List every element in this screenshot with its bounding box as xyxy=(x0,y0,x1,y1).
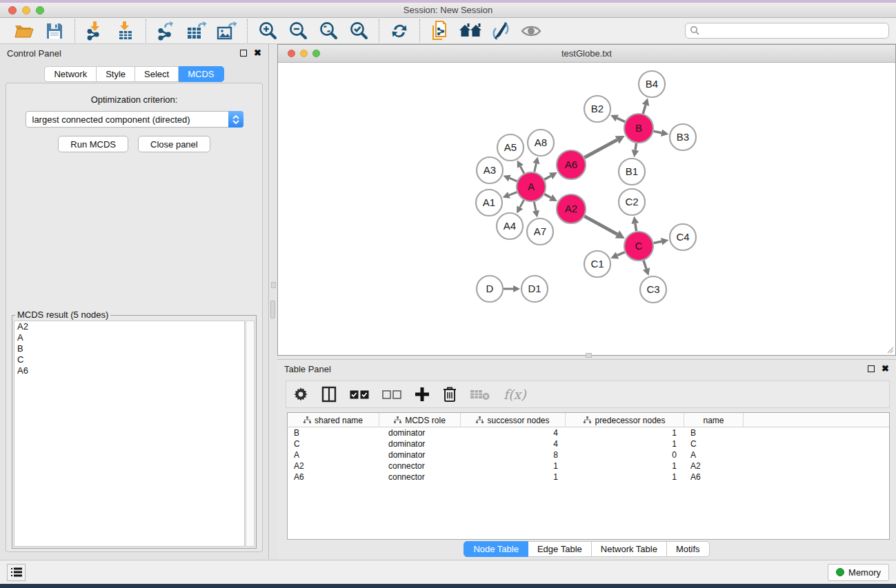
maximize-window-button[interactable] xyxy=(36,6,44,14)
show-column-panel-icon[interactable] xyxy=(321,384,337,405)
edge-A2-C[interactable] xyxy=(584,216,617,234)
mcds-result-item[interactable]: A6 xyxy=(14,365,244,376)
cell-mcds_role[interactable]: dominator xyxy=(379,449,461,460)
table-row[interactable]: A2connector11A2 xyxy=(288,460,889,472)
table-row[interactable]: Cdominator41C xyxy=(288,438,889,449)
edge-B-B1[interactable] xyxy=(635,143,637,150)
task-history-button[interactable] xyxy=(7,564,26,581)
edge-B-B3[interactable] xyxy=(654,131,662,132)
node-table[interactable]: shared nameMCDS rolesuccessor nodesprede… xyxy=(287,412,890,540)
cell-successor_nodes[interactable]: 4 xyxy=(461,427,566,438)
network-minimize-button[interactable] xyxy=(300,50,308,57)
search-input[interactable] xyxy=(685,23,889,39)
cell-empty[interactable] xyxy=(744,460,889,472)
add-column-icon[interactable] xyxy=(415,384,430,405)
column-header[interactable]: shared name xyxy=(288,413,379,427)
float-table-panel-icon[interactable] xyxy=(868,365,875,372)
edge-A-A8[interactable] xyxy=(535,163,537,172)
panel-splitter[interactable] xyxy=(269,44,277,559)
cell-successor_nodes[interactable]: 4 xyxy=(461,438,566,449)
tab-style[interactable]: Style xyxy=(97,66,135,82)
cell-name[interactable]: A2 xyxy=(684,460,744,472)
cell-name[interactable]: B xyxy=(684,427,744,438)
graph-node-A1[interactable]: A1 xyxy=(476,190,502,216)
edge-B-B4[interactable] xyxy=(643,105,646,114)
graph-node-C3[interactable]: C3 xyxy=(640,276,666,303)
cell-predecessor_nodes[interactable]: 0 xyxy=(566,449,684,460)
table-row[interactable]: Adominator80A xyxy=(288,449,889,460)
edge-A-A4[interactable] xyxy=(520,200,524,207)
graph-node-B2[interactable]: B2 xyxy=(584,96,610,122)
graph-node-A7[interactable]: A7 xyxy=(527,219,553,245)
column-settings-gear-icon[interactable] xyxy=(293,384,308,405)
cell-name[interactable]: A6 xyxy=(684,472,744,483)
cell-predecessor_nodes[interactable]: 1 xyxy=(566,438,684,449)
tab-motifs[interactable]: Motifs xyxy=(667,541,710,557)
cell-successor_nodes[interactable]: 1 xyxy=(461,472,566,483)
horizontal-scroll-thumb[interactable] xyxy=(586,353,592,358)
network-maximize-button[interactable] xyxy=(312,50,320,57)
column-header[interactable]: predecessor nodes xyxy=(566,413,684,427)
close-window-button[interactable] xyxy=(8,6,17,14)
tab-network-table[interactable]: Network Table xyxy=(592,541,667,557)
cell-predecessor_nodes[interactable]: 1 xyxy=(566,427,684,438)
open-session-icon[interactable] xyxy=(12,20,36,42)
cell-successor_nodes[interactable]: 1 xyxy=(461,460,566,472)
vertical-scroll-thumb[interactable] xyxy=(271,282,276,288)
new-network-from-selection-icon[interactable] xyxy=(428,20,452,42)
edge-C-C3[interactable] xyxy=(644,261,646,269)
float-panel-icon[interactable] xyxy=(240,50,247,57)
cell-empty[interactable] xyxy=(744,438,889,449)
graph-node-B1[interactable]: B1 xyxy=(619,159,645,185)
import-table-icon[interactable] xyxy=(114,20,137,42)
table-row[interactable]: Bdominator41B xyxy=(288,427,889,438)
select-all-columns-icon[interactable] xyxy=(350,384,369,405)
graph-node-D1[interactable]: D1 xyxy=(521,276,548,302)
minimize-window-button[interactable] xyxy=(22,6,30,14)
export-network-icon[interactable] xyxy=(155,20,178,42)
graph-node-A[interactable]: A xyxy=(517,172,546,201)
graph-node-B[interactable]: B xyxy=(624,114,653,143)
column-header[interactable]: name xyxy=(684,413,744,427)
apply-layout-icon[interactable] xyxy=(388,20,411,42)
resize-grip-icon[interactable] xyxy=(886,345,894,354)
edge-A-A7[interactable] xyxy=(534,202,536,211)
zoom-in-icon[interactable] xyxy=(256,20,279,42)
home-browser-icon[interactable] xyxy=(459,20,482,42)
cell-successor_nodes[interactable]: 8 xyxy=(461,449,566,460)
graph-node-A2[interactable]: A2 xyxy=(557,194,586,223)
edge-C-C2[interactable] xyxy=(635,223,637,231)
mcds-result-item[interactable]: B xyxy=(14,343,244,354)
close-table-panel-icon[interactable]: ✖ xyxy=(882,365,889,372)
cell-shared_name[interactable]: A xyxy=(288,449,379,460)
column-header[interactable]: MCDS role xyxy=(379,413,461,427)
network-graph[interactable]: B4B2BB3A5A8A6A3B1AA1C2A2A4A7CC4C1C3DD1 xyxy=(278,63,895,355)
graph-node-C2[interactable]: C2 xyxy=(619,189,645,215)
column-header[interactable]: successor nodes xyxy=(461,413,566,427)
mcds-result-item[interactable]: A xyxy=(14,332,244,343)
tab-edge-table[interactable]: Edge Table xyxy=(528,541,592,557)
graph-node-A5[interactable]: A5 xyxy=(497,134,524,161)
cell-predecessor_nodes[interactable]: 1 xyxy=(566,460,684,472)
network-close-button[interactable] xyxy=(288,50,295,57)
cell-shared_name[interactable]: A6 xyxy=(288,472,379,483)
cell-empty[interactable] xyxy=(744,427,889,438)
zoom-out-icon[interactable] xyxy=(286,20,310,42)
tab-select[interactable]: Select xyxy=(135,66,179,82)
cell-shared_name[interactable]: A2 xyxy=(288,460,379,472)
function-builder-icon[interactable]: f(x) xyxy=(504,384,526,405)
close-panel-button[interactable]: Close panel xyxy=(138,136,210,152)
graph-node-A3[interactable]: A3 xyxy=(477,157,503,183)
edge-A-A6[interactable] xyxy=(544,176,550,179)
export-image-icon[interactable] xyxy=(215,20,239,42)
graph-node-A6[interactable]: A6 xyxy=(557,150,586,179)
delete-columns-trash-icon[interactable] xyxy=(443,384,457,405)
save-session-icon[interactable] xyxy=(43,20,66,42)
show-details-eye-icon[interactable] xyxy=(519,20,543,42)
tab-node-table[interactable]: Node Table xyxy=(464,541,528,557)
cell-mcds_role[interactable]: dominator xyxy=(379,438,461,449)
run-mcds-button[interactable]: Run MCDS xyxy=(58,136,128,152)
unselect-all-columns-icon[interactable] xyxy=(382,384,401,405)
splitter-thumb[interactable] xyxy=(270,301,275,318)
graph-node-A8[interactable]: A8 xyxy=(528,130,554,156)
